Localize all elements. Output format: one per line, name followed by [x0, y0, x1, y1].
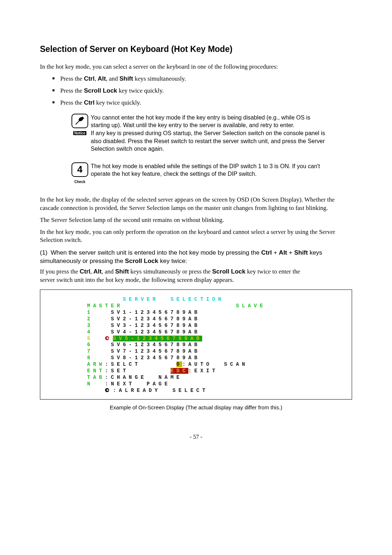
list-item: Press the Ctrl, Alt, and Shift keys simu… — [49, 75, 352, 83]
check-num-icon: 4 — [72, 162, 88, 177]
check-text: The hot key mode is enabled while the se… — [91, 162, 327, 186]
body-text: In the hot key mode, you can only perfor… — [40, 228, 352, 245]
page-title: Selection of Server on Keyboard (Hot Key… — [40, 44, 352, 55]
intro-text: In the hot key mode, you can select a se… — [40, 63, 352, 71]
body-text: In the hot key mode, the display of the … — [40, 196, 352, 212]
notice-block: Notice You cannot enter the hot key mode… — [69, 114, 352, 153]
body-text: The Server Selection lamp of the second … — [40, 216, 352, 224]
check-label: Check — [73, 180, 86, 184]
pin-icon — [72, 114, 88, 128]
page-number: - 57 - — [40, 433, 352, 441]
check-block: 4 Check The hot key mode is enabled whil… — [69, 162, 352, 186]
notice-text: If any key is pressed during OS startup,… — [91, 129, 327, 153]
hotkey-procedure-list: Press the Ctrl, Alt, and Shift keys simu… — [49, 75, 352, 107]
list-item: Press the Ctrl key twice quickly. — [49, 99, 352, 107]
svg-line-0 — [76, 121, 79, 124]
notice-label: Notice — [73, 131, 87, 135]
figure-caption: Example of On-Screen Display (The actual… — [40, 404, 352, 411]
procedure-subtext: If you press the Ctrl, Alt, and Shift ke… — [40, 268, 316, 284]
procedure-heading: (1) When the server switch unit is enter… — [40, 249, 352, 266]
notice-text: You cannot enter the hot key mode if the… — [91, 114, 327, 129]
list-item: Press the Scroll Lock key twice quickly. — [49, 87, 352, 95]
osd-figure: SERVER SELECTIONMASTER SLAVE1 SV1-123456… — [40, 289, 352, 400]
